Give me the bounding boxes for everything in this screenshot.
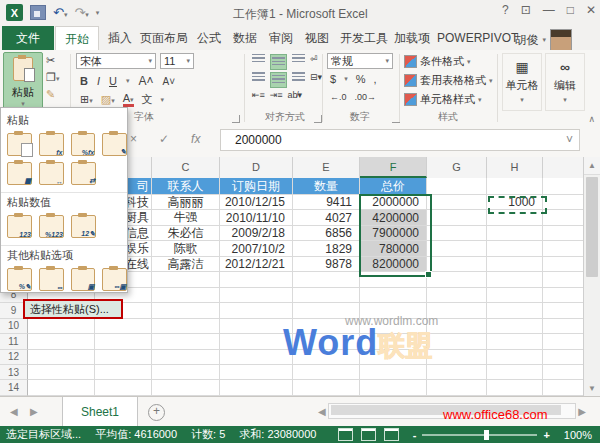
borders-icon[interactable]: ⊞▾: [80, 93, 93, 106]
close-button[interactable]: ✕: [586, 3, 596, 17]
col-H[interactable]: H: [487, 157, 543, 178]
row-header[interactable]: 13: [0, 365, 28, 380]
paste-transpose-icon[interactable]: ⇄: [71, 162, 96, 185]
col-C[interactable]: C: [152, 157, 220, 178]
hscroll-left-icon[interactable]: ◀: [318, 406, 326, 417]
copy-icon[interactable]: ❐▾: [46, 71, 59, 84]
cell-styles-button[interactable]: 单元格样式▾: [404, 92, 493, 107]
header-contact[interactable]: 联系人: [152, 178, 220, 195]
tab-powerpivot[interactable]: POWERPIVOT: [428, 26, 527, 50]
format-as-table-button[interactable]: 套用表格格式▾: [404, 73, 493, 88]
sheet-nav-left-icon[interactable]: ◀: [10, 406, 18, 417]
page-break-view-icon[interactable]: [384, 428, 399, 441]
redo-icon[interactable]: ↷▾: [74, 5, 88, 20]
paste-values-number-formatting-icon[interactable]: %123: [39, 215, 64, 238]
enter-icon[interactable]: ✓: [159, 132, 169, 146]
cancel-icon[interactable]: ×: [130, 132, 137, 146]
font-name-select[interactable]: 宋体▾: [76, 53, 156, 69]
row-header[interactable]: 12: [0, 350, 28, 365]
undo-icon[interactable]: ↶▾: [53, 5, 67, 20]
row-header[interactable]: 10: [0, 319, 28, 334]
increase-decimal-button[interactable]: ←.0: [330, 92, 347, 102]
paste-link-icon[interactable]: ∞: [39, 268, 64, 291]
help-button[interactable]: ?: [502, 3, 509, 17]
zoom-slider-thumb[interactable]: [484, 430, 489, 440]
bold-button[interactable]: B: [80, 75, 88, 87]
editing-button[interactable]: ∞ 编辑 ▾: [545, 53, 585, 111]
paste-formulas-icon[interactable]: fx: [39, 133, 64, 156]
paste-formatting-icon[interactable]: %✎: [7, 268, 32, 291]
paste-values-source-formatting-icon[interactable]: 12✎: [71, 215, 96, 238]
font-color-icon[interactable]: A▾: [123, 92, 134, 107]
tab-file[interactable]: 文件: [2, 26, 54, 50]
cut-icon[interactable]: ✂: [46, 54, 59, 67]
paste-formulas-number-formatting-icon[interactable]: %fx: [71, 133, 96, 156]
decrease-decimal-button[interactable]: .00→: [355, 92, 377, 102]
align-middle-row[interactable]: ⊟▾: [252, 72, 322, 88]
maximize-button[interactable]: □: [567, 3, 574, 17]
italic-button[interactable]: I: [97, 75, 100, 87]
percent-button[interactable]: %: [356, 73, 366, 85]
vertical-scrollbar[interactable]: ▲ ▼: [583, 157, 600, 396]
paste-special-menu-item[interactable]: 选择性粘贴(S)...: [23, 299, 123, 319]
header-total[interactable]: 总价: [360, 178, 427, 195]
formula-bar-expand-icon[interactable]: ˅: [566, 133, 573, 147]
conditional-formatting-button[interactable]: 条件格式▾: [404, 54, 493, 69]
shrink-font-button[interactable]: A˅: [163, 76, 176, 87]
add-sheet-icon[interactable]: +: [148, 404, 165, 421]
scroll-down-icon[interactable]: ▼: [584, 381, 600, 396]
zoom-in-button[interactable]: +: [543, 429, 549, 441]
header-order-date[interactable]: 订购日期: [220, 178, 293, 195]
font-dialog-launcher[interactable]: [232, 115, 240, 123]
sheet-nav-right-icon[interactable]: ▶: [30, 406, 38, 417]
align-top-row[interactable]: ⏎: [252, 54, 318, 70]
copied-cell-H2[interactable]: 1000: [487, 195, 543, 210]
row-header[interactable]: 11: [0, 334, 28, 349]
paste-keep-source-formatting-icon[interactable]: ✎: [102, 133, 127, 156]
fill-color-icon[interactable]: ▨▾: [101, 93, 115, 106]
underline-button[interactable]: U: [109, 75, 117, 87]
phonetic-guide-icon[interactable]: 文: [142, 92, 153, 107]
zoom-out-button[interactable]: -: [413, 429, 417, 441]
formula-input[interactable]: 2000000 ˅: [220, 129, 580, 151]
col-F-selected[interactable]: F: [360, 157, 427, 178]
user-account[interactable]: 胡俊 ▾: [514, 29, 572, 51]
scroll-up-icon[interactable]: ▲: [584, 157, 600, 175]
col-partial[interactable]: [543, 157, 583, 178]
avatar[interactable]: [550, 29, 572, 51]
zoom-slider[interactable]: [422, 434, 537, 436]
font-size-select[interactable]: 11▾: [160, 53, 194, 69]
paste-values-icon[interactable]: 123: [7, 215, 32, 238]
number-format-select[interactable]: 常规▾: [327, 53, 393, 69]
comma-button[interactable]: ,: [373, 73, 376, 85]
page-layout-view-icon[interactable]: [361, 428, 376, 441]
indent-row[interactable]: ⇤≡⇥≡ab̸▾: [252, 90, 302, 100]
header-quantity[interactable]: 数量: [293, 178, 360, 195]
paste-no-borders-icon[interactable]: ▦: [7, 162, 32, 185]
insert-function-icon[interactable]: fx: [191, 132, 200, 146]
fill-handle[interactable]: [425, 271, 432, 278]
row-header[interactable]: 14: [0, 380, 28, 395]
qat-customize-icon[interactable]: ▾: [96, 9, 100, 17]
sheet-tab-sheet1[interactable]: Sheet1: [62, 397, 138, 427]
paste-picture-icon[interactable]: ▣: [71, 268, 96, 291]
paste-keep-column-widths-icon[interactable]: ↔: [39, 162, 64, 185]
alignment-dialog-launcher[interactable]: [314, 115, 322, 123]
normal-view-icon[interactable]: [338, 428, 353, 441]
col-G[interactable]: G: [427, 157, 487, 178]
hscroll-right-icon[interactable]: ▶: [578, 406, 586, 417]
currency-button[interactable]: $: [330, 73, 336, 85]
cells-button[interactable]: ▦ 单元格 ▾: [502, 53, 542, 111]
format-painter-icon[interactable]: ✎: [46, 88, 59, 101]
active-cell-F2[interactable]: 2000000: [360, 195, 427, 210]
paste-button[interactable]: 粘贴 ▾: [3, 52, 43, 112]
vertical-scroll-thumb[interactable]: [586, 177, 598, 277]
collapse-ribbon-icon[interactable]: ∧: [588, 114, 595, 124]
ribbon-options-icon[interactable]: ⊡: [521, 3, 531, 17]
tab-home[interactable]: 开始: [55, 26, 99, 51]
minimize-button[interactable]: —: [543, 3, 555, 17]
save-icon[interactable]: [30, 5, 46, 20]
col-D[interactable]: D: [220, 157, 293, 178]
paste-icon[interactable]: [7, 133, 32, 156]
paste-linked-picture-icon[interactable]: ∞▣: [102, 268, 127, 291]
